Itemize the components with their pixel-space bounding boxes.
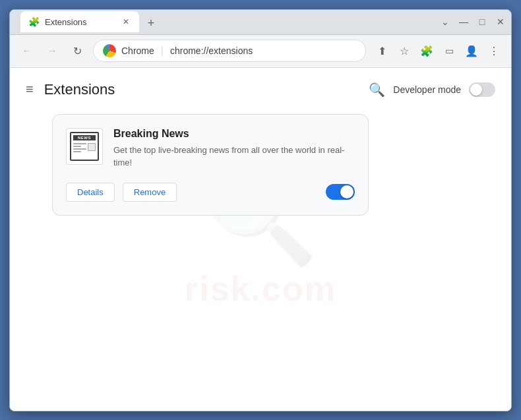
extension-top: NEWS Breaking News <box>66 128 355 169</box>
address-url: chrome://extensions <box>170 45 356 56</box>
details-button[interactable]: Details <box>66 183 115 202</box>
remove-button[interactable]: Remove <box>123 183 177 202</box>
extension-bottom: Details Remove <box>66 183 355 202</box>
toggle-knob <box>470 84 482 96</box>
extension-info: Breaking News Get the top live-breaking … <box>113 128 355 169</box>
share-icon[interactable]: ⬆ <box>373 42 391 60</box>
search-icon[interactable]: 🔍 <box>369 82 385 98</box>
active-tab[interactable]: 🧩 Extensions ✕ <box>20 11 139 32</box>
news-line-2 <box>73 146 81 147</box>
extension-icon-container: NEWS <box>66 128 103 165</box>
new-tab-button[interactable]: + <box>142 14 160 32</box>
ext-toggle-knob <box>340 185 353 198</box>
browser-window: 🧩 Extensions ✕ + ⌄ — □ ✕ ← → ↻ Chrome | … <box>9 9 512 411</box>
page-content: 🔍 risk.com ≡ Extensions 🔍 Developer mode <box>10 68 511 411</box>
toolbar-actions: ⬆ ☆ 🧩 ▭ 👤 ⋮ <box>373 42 503 60</box>
page-header-left: ≡ Extensions <box>26 81 115 98</box>
news-line-3 <box>73 148 86 150</box>
news-line-1 <box>73 143 86 144</box>
window-controls: ⌄ — □ ✕ <box>440 16 506 27</box>
cast-icon[interactable]: ▭ <box>440 42 458 60</box>
minimize-button[interactable]: — <box>458 16 469 27</box>
profile-icon[interactable]: 👤 <box>462 42 481 60</box>
tab-title: Extensions <box>45 17 115 27</box>
page-header-right: 🔍 Developer mode <box>369 82 495 98</box>
reload-button[interactable]: ↻ <box>68 42 86 60</box>
hamburger-menu-icon[interactable]: ≡ <box>26 82 34 97</box>
chrome-brand-label: Chrome <box>121 45 154 56</box>
title-bar: 🧩 Extensions ✕ + ⌄ — □ ✕ <box>10 10 511 35</box>
extensions-icon[interactable]: 🧩 <box>417 42 436 60</box>
extension-description: Get the top live-breaking news from all … <box>113 144 355 169</box>
maximize-button[interactable]: □ <box>477 16 487 27</box>
back-button[interactable]: ← <box>18 42 36 60</box>
page-title: Extensions <box>44 81 115 98</box>
bookmark-icon[interactable]: ☆ <box>395 42 414 60</box>
address-bar[interactable]: Chrome | chrome://extensions <box>93 40 366 62</box>
chrome-logo-icon <box>103 44 116 57</box>
tab-bar: 🧩 Extensions ✕ + <box>15 11 440 32</box>
tab-favicon-icon: 🧩 <box>28 16 40 27</box>
news-icon: NEWS <box>70 132 99 161</box>
extension-toggle-area <box>326 184 355 200</box>
extension-name: Breaking News <box>113 128 355 140</box>
developer-mode-label: Developer mode <box>393 84 461 95</box>
more-menu-icon[interactable]: ⋮ <box>485 42 503 60</box>
forward-button[interactable]: → <box>43 42 61 60</box>
page-header: ≡ Extensions 🔍 Developer mode <box>26 81 495 98</box>
close-button[interactable]: ✕ <box>495 16 506 27</box>
tab-close-button[interactable]: ✕ <box>121 16 131 27</box>
extension-enabled-toggle[interactable] <box>326 184 355 200</box>
watermark-text: risk.com <box>185 269 336 309</box>
extension-card: NEWS Breaking News <box>52 114 369 216</box>
news-icon-header: NEWS <box>73 135 96 140</box>
news-icon-image <box>88 143 96 151</box>
chevron-down-icon[interactable]: ⌄ <box>440 16 450 27</box>
developer-mode-toggle[interactable] <box>469 82 495 97</box>
news-line-4 <box>73 151 81 152</box>
address-bar-row: ← → ↻ Chrome | chrome://extensions ⬆ ☆ 🧩… <box>10 35 511 68</box>
address-separator: | <box>161 45 164 57</box>
